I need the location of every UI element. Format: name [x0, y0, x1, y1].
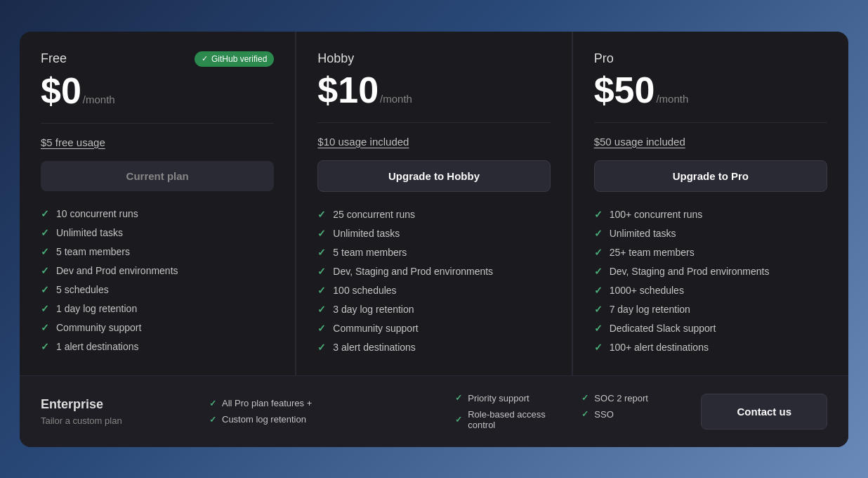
enterprise-feature-item: ✓SSO — [581, 409, 687, 420]
feature-item: ✓Dev, Staging and Prod environments — [594, 266, 827, 277]
feature-text: Dev, Staging and Prod environments — [610, 266, 770, 277]
check-icon: ✓ — [317, 266, 326, 277]
check-icon: ✓ — [41, 246, 49, 257]
feature-item: ✓Unlimited tasks — [594, 228, 827, 239]
contact-us-button[interactable]: Contact us — [701, 394, 827, 429]
check-icon: ✓ — [209, 399, 216, 408]
check-icon: ✓ — [594, 323, 603, 334]
check-icon: ✓ — [317, 247, 326, 258]
feature-item: ✓5 team members — [41, 246, 274, 257]
feature-text: 25 concurrent runs — [333, 209, 415, 220]
feature-item: ✓25+ team members — [594, 247, 827, 258]
features-list-hobby: ✓25 concurrent runs✓Unlimited tasks✓5 te… — [317, 209, 550, 353]
feature-text: 5 schedules — [56, 284, 109, 295]
plan-divider-free — [41, 123, 274, 124]
feature-item: ✓Community support — [317, 323, 550, 334]
check-icon: ✓ — [317, 304, 326, 315]
pricing-container: Free✓GitHub verified $0 /month $5 free u… — [20, 32, 848, 447]
price-period-pro: /month — [656, 93, 688, 105]
check-icon: ✓ — [317, 342, 326, 353]
plan-card-hobby: Hobby $10 /month $10 usage includedUpgra… — [296, 32, 572, 375]
plan-button-free: Current plan — [41, 161, 274, 191]
feature-item: ✓5 schedules — [41, 284, 274, 295]
feature-item: ✓Dedicated Slack support — [594, 323, 827, 334]
enterprise-features-col1: ✓All Pro plan features +✓Custom log rete… — [209, 398, 441, 425]
usage-label-hobby: $10 usage included — [317, 136, 550, 148]
check-icon: ✓ — [317, 285, 326, 296]
price-period-hobby: /month — [380, 93, 412, 105]
plan-card-pro: Pro $50 /month $50 usage includedUpgrade… — [572, 32, 848, 375]
feature-text: Unlimited tasks — [610, 228, 676, 239]
feature-item: ✓1 day log retention — [41, 303, 274, 314]
plan-name-pro: Pro — [594, 51, 614, 66]
usage-label-free: $5 free usage — [41, 136, 274, 148]
plan-header-hobby: Hobby — [317, 51, 550, 66]
feature-text: 25+ team members — [610, 247, 695, 258]
enterprise-feature-item: ✓Custom log retention — [209, 414, 441, 425]
plan-header-pro: Pro — [594, 51, 827, 66]
features-list-free: ✓10 concurrent runs✓Unlimited tasks✓5 te… — [41, 208, 274, 352]
check-icon: ✓ — [41, 227, 49, 238]
plan-name-hobby: Hobby — [317, 51, 354, 66]
plan-button-pro[interactable]: Upgrade to Pro — [594, 160, 827, 192]
enterprise-feature-item: ✓All Pro plan features + — [209, 398, 441, 408]
feature-text: 5 team members — [333, 247, 407, 258]
feature-item: ✓100+ alert destinations — [594, 342, 827, 353]
check-icon: ✓ — [581, 409, 588, 419]
check-icon: ✓ — [581, 393, 588, 403]
plan-price-hobby: $10 /month — [317, 72, 550, 108]
feature-text: 3 day log retention — [333, 304, 414, 315]
check-icon: ✓ — [41, 265, 49, 276]
price-amount-free: $0 — [41, 72, 81, 109]
plan-price-free: $0 /month — [41, 72, 274, 109]
check-icon: ✓ — [317, 323, 326, 334]
feature-item: ✓Dev, Staging and Prod environments — [317, 266, 550, 277]
check-icon: ✓ — [202, 54, 208, 63]
check-icon: ✓ — [594, 247, 603, 258]
plan-name-free: Free — [41, 51, 67, 66]
plan-price-pro: $50 /month — [594, 72, 827, 108]
feature-item: ✓25 concurrent runs — [317, 209, 550, 220]
check-icon: ✓ — [41, 322, 49, 333]
check-icon: ✓ — [317, 209, 326, 220]
price-period-free: /month — [83, 93, 115, 105]
feature-item: ✓100+ concurrent runs — [594, 209, 827, 220]
feature-item: ✓Dev and Prod environments — [41, 265, 274, 276]
feature-text: 100+ alert destinations — [610, 342, 709, 353]
check-icon: ✓ — [455, 393, 462, 403]
enterprise-row: Enterprise Tailor a custom plan ✓All Pro… — [20, 375, 848, 447]
feature-text: 100 schedules — [333, 285, 396, 296]
feature-item: ✓3 alert destinations — [317, 342, 550, 353]
feature-text: Dev and Prod environments — [56, 265, 178, 276]
plan-divider-pro — [594, 122, 827, 123]
github-verified-badge: ✓GitHub verified — [195, 51, 274, 67]
enterprise-feature-item: ✓Priority support — [455, 393, 560, 403]
enterprise-title: Enterprise — [41, 397, 195, 412]
plan-header-free: Free✓GitHub verified — [41, 51, 274, 67]
plan-button-hobby[interactable]: Upgrade to Hobby — [317, 160, 550, 192]
check-icon: ✓ — [455, 415, 462, 425]
price-amount-hobby: $10 — [317, 72, 379, 108]
features-list-pro: ✓100+ concurrent runs✓Unlimited tasks✓25… — [594, 209, 827, 353]
feature-text: 10 concurrent runs — [56, 208, 138, 219]
enterprise-feature-item: ✓Role-based access control — [455, 409, 560, 430]
feature-text: Community support — [333, 323, 418, 334]
feature-text: 7 day log retention — [610, 304, 690, 315]
check-icon: ✓ — [209, 415, 216, 425]
feature-item: ✓10 concurrent runs — [41, 208, 274, 219]
check-icon: ✓ — [594, 209, 603, 220]
feature-item: ✓Community support — [41, 322, 274, 333]
feature-item: ✓Unlimited tasks — [317, 228, 550, 239]
plan-divider-hobby — [317, 122, 550, 123]
feature-item: ✓Unlimited tasks — [41, 227, 274, 238]
check-icon: ✓ — [594, 228, 603, 239]
price-amount-pro: $50 — [594, 72, 655, 108]
feature-text: 5 team members — [56, 246, 130, 257]
feature-text: Community support — [56, 322, 141, 333]
check-icon: ✓ — [41, 208, 49, 219]
feature-item: ✓1 alert destinations — [41, 341, 274, 352]
feature-text: 1000+ schedules — [610, 285, 684, 296]
enterprise-features-col2: ✓Priority support✓Role-based access cont… — [455, 393, 687, 430]
check-icon: ✓ — [594, 342, 603, 353]
feature-text: 1 alert destinations — [56, 341, 139, 352]
